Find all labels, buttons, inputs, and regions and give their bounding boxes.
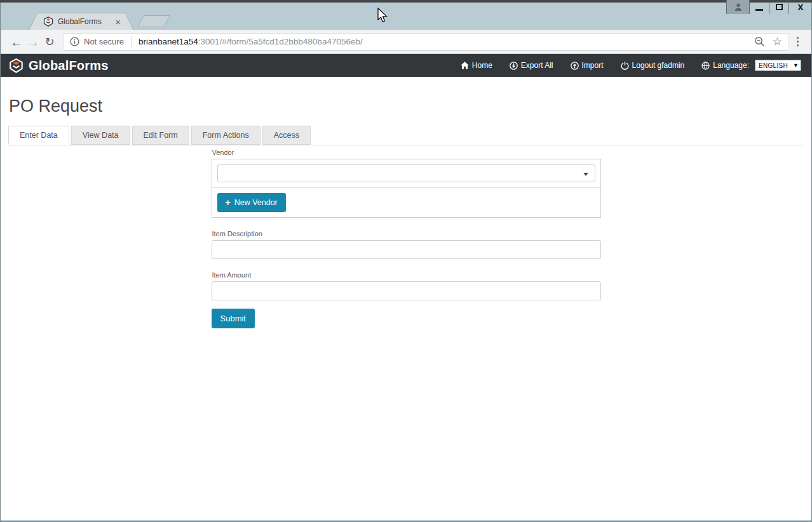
browser-toolbar: ← → ↻ Not secure brianbanet1a54:3001/#/f… (1, 30, 811, 54)
item-amount-field-group: Item Amount (212, 271, 601, 300)
globe-icon (701, 62, 710, 70)
vendor-panel: + New Vendor (212, 159, 601, 218)
nav-item-export-all[interactable]: Export All (510, 61, 553, 70)
nav-item-home[interactable]: Home (461, 61, 492, 70)
submit-button[interactable]: Submit (212, 309, 255, 328)
mouse-cursor (377, 8, 391, 24)
globalforms-logo-icon (9, 58, 24, 73)
vendor-label: Vendor (212, 149, 601, 156)
maximize-button[interactable] (769, 0, 788, 14)
reload-icon[interactable]: ↻ (41, 36, 58, 48)
browser-tab[interactable]: GlobalForms × (29, 13, 134, 30)
minimize-button[interactable] (749, 0, 769, 14)
close-button[interactable]: x (788, 0, 812, 14)
plus-icon: + (226, 199, 231, 206)
titlebar: GlobalForms × x (1, 3, 811, 30)
close-icon: x (798, 2, 804, 12)
po-request-form: Vendor + New Vendor Item Description (212, 149, 601, 328)
maximize-icon (776, 4, 783, 10)
language-select[interactable]: ENGLISH ▼ (755, 60, 801, 71)
select-caret-icon: ▼ (793, 62, 799, 69)
tab-access[interactable]: Access (262, 126, 311, 145)
back-icon[interactable]: ← (8, 36, 25, 48)
not-secure-label: Not secure (84, 37, 124, 46)
item-description-input[interactable] (212, 240, 601, 259)
nav-item-logout[interactable]: Logout gfadmin (621, 61, 685, 70)
tab-title: GlobalForms (58, 17, 115, 26)
export-icon (510, 62, 518, 70)
browser-menu-icon[interactable] (797, 37, 799, 46)
home-icon (461, 62, 469, 69)
window-controls: x (726, 0, 812, 14)
url-host: brianbanet1a54 (139, 37, 198, 46)
dropdown-caret-icon (583, 173, 588, 176)
import-icon (571, 62, 579, 70)
item-amount-input[interactable] (212, 281, 601, 300)
logout-power-icon (621, 62, 629, 70)
item-description-label: Item Description (212, 230, 601, 238)
brand[interactable]: GlobalForms (9, 58, 109, 73)
globalforms-favicon-icon (43, 17, 53, 27)
tab-close-icon[interactable]: × (115, 17, 121, 27)
url-text[interactable]: brianbanet1a54:3001/#/form/5a5fcd1d2bbb4… (139, 37, 749, 46)
tab-form-actions[interactable]: Form Actions (191, 126, 261, 145)
person-icon (734, 3, 743, 11)
url-path: :3001/#/form/5a5fcd1d2bbb480ba47056eb/ (198, 37, 363, 46)
language-value: ENGLISH (759, 62, 788, 69)
profile-button[interactable] (726, 0, 749, 14)
nav-item-import[interactable]: Import (571, 61, 604, 70)
zoom-out-icon[interactable] (754, 36, 765, 47)
bookmark-star-icon[interactable]: ☆ (773, 36, 782, 47)
form-tabs: Enter Data View Data Edit Form Form Acti… (8, 126, 804, 145)
info-icon[interactable] (70, 37, 79, 46)
item-amount-label: Item Amount (212, 271, 601, 279)
new-vendor-button[interactable]: + New Vendor (217, 193, 286, 212)
tab-edit-form[interactable]: Edit Form (132, 126, 189, 145)
new-tab-button[interactable] (137, 15, 170, 27)
nav-item-language: Language: (701, 61, 749, 70)
url-bar[interactable]: Not secure brianbanet1a54:3001/#/form/5a… (63, 33, 789, 51)
vendor-select[interactable] (217, 164, 595, 182)
tab-view-data[interactable]: View Data (71, 126, 130, 145)
page-content: PO Request Enter Data View Data Edit For… (1, 77, 811, 520)
brand-name: GlobalForms (29, 58, 109, 73)
minimize-icon (755, 9, 763, 11)
tab-enter-data[interactable]: Enter Data (8, 126, 69, 145)
browser-window: GlobalForms × x ← → ↻ (0, 0, 812, 522)
forward-icon: → (25, 36, 41, 48)
item-description-field-group: Item Description (212, 230, 601, 259)
page-title: PO Request (9, 97, 811, 116)
app-navbar: GlobalForms Home Export All (1, 54, 811, 77)
url-separator (131, 36, 132, 47)
